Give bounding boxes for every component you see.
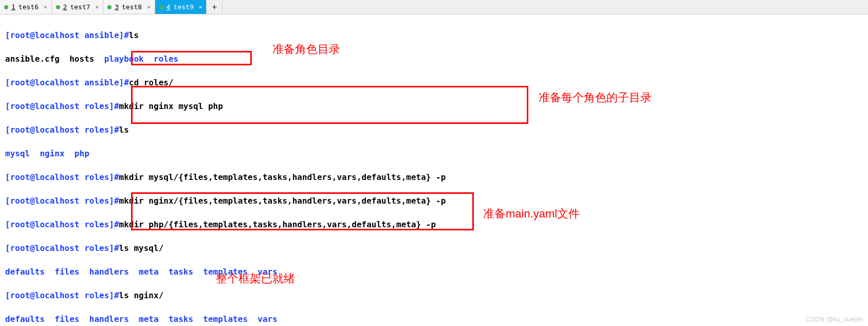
watermark: CSDN @liu_xueyin (806, 315, 863, 323)
prompt: [root@localhost roles]# (5, 101, 119, 111)
cmd-mkdir-roles: mkdir nginx mysql php (119, 101, 223, 111)
close-icon[interactable]: ✕ (147, 4, 151, 10)
prompt: [root@localhost roles]# (5, 243, 119, 253)
close-icon[interactable]: ✕ (199, 4, 202, 10)
tab-num: 2 (63, 3, 67, 11)
cmd-ls-nginx: ls nginx/ (119, 291, 164, 300)
output-dirs: mysql nginx php (5, 149, 89, 158)
tab-test6[interactable]: 1 test6 ✕ (0, 0, 52, 14)
annotation-text: 准备main.yaml文件 (483, 208, 580, 220)
cmd-ls-mysql: ls mysql/ (119, 243, 164, 253)
tab-num: 1 (11, 3, 15, 11)
status-dot-icon (56, 5, 60, 9)
prompt: [root@localhost roles]# (5, 125, 119, 135)
tab-num: 4 (167, 3, 171, 11)
annotation-text: 准备角色目录 (272, 43, 340, 55)
terminal-output[interactable]: [root@localhost ansible]#ls ansible.cfg … (0, 14, 868, 326)
tab-label: test7 (70, 3, 90, 11)
cmd-ls: ls (119, 125, 129, 135)
tab-test7[interactable]: 2 test7 ✕ (52, 0, 104, 14)
cmd-cd: cd roles/ (129, 78, 174, 87)
tab-label: test6 (19, 3, 39, 11)
annotation-text: 准备每个角色的子目录 (539, 92, 652, 103)
tab-test8[interactable]: 3 test8 ✕ (103, 0, 155, 14)
close-icon[interactable]: ✕ (44, 4, 47, 10)
close-icon[interactable]: ✕ (96, 4, 99, 10)
status-dot-icon (107, 5, 112, 9)
prompt: [root@localhost ansible]# (5, 30, 129, 40)
status-dot-icon (4, 5, 8, 9)
prompt: [root@localhost roles]# (5, 172, 119, 182)
tab-label: test8 (122, 3, 142, 11)
tab-label: test9 (174, 3, 194, 11)
cmd-mkdir-php: mkdir php/{files,templates,tasks,handler… (119, 220, 436, 229)
annotation-text: 整个框架已就绪 (216, 273, 295, 284)
add-tab-button[interactable]: + (207, 0, 223, 14)
prompt: [root@localhost roles]# (5, 220, 119, 229)
tab-num: 3 (115, 3, 119, 11)
status-dot-icon (159, 5, 163, 9)
prompt: [root@localhost roles]# (5, 291, 119, 300)
prompt: [root@localhost ansible]# (5, 78, 129, 87)
cmd-mkdir-nginx: mkdir nginx/{files,templates,tasks,handl… (119, 196, 446, 206)
output-dirs: defaults files handlers meta tasks templ… (5, 314, 278, 324)
prompt: [root@localhost roles]# (5, 196, 119, 206)
output-text: ansible.cfg hosts (5, 54, 104, 64)
cmd-ls: ls (129, 30, 139, 40)
tab-test9[interactable]: 4 test9 ✕ (155, 0, 207, 14)
cmd-mkdir-mysql: mkdir mysql/{files,templates,tasks,handl… (119, 172, 446, 182)
output-dirs: playbook roles (104, 54, 179, 64)
tab-bar: 1 test6 ✕ 2 test7 ✕ 3 test8 ✕ 4 test9 ✕ … (0, 0, 868, 14)
